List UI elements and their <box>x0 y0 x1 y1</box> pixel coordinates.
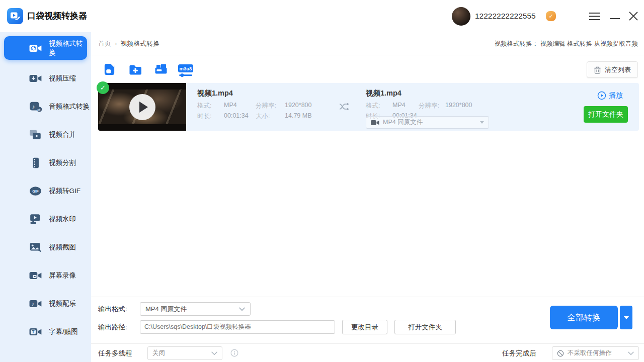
output-format-label: 输出格式: <box>98 302 127 316</box>
sidebar-item-video-music[interactable]: ♪ 视频配乐 <box>0 290 91 318</box>
caret-down-icon <box>480 121 484 124</box>
sidebar-item-video-snapshot[interactable]: 视频截图 <box>0 233 91 261</box>
duration-label: 时长: <box>197 112 224 121</box>
size-value: 14.79 MB <box>285 112 312 121</box>
add-device-button[interactable] <box>154 63 168 76</box>
play-link[interactable]: 播放 <box>597 91 623 100</box>
sidebar-item-label: 屏幕录像 <box>49 271 76 280</box>
menu-icon[interactable] <box>589 11 601 21</box>
vip-badge-icon: ✓ <box>546 11 556 21</box>
sidebar-item-label: 视频截图 <box>49 243 76 252</box>
source-file-name: 视频1.mp4 <box>197 88 233 98</box>
toolbar: m3u8 清空列表 <box>91 55 644 83</box>
after-task-select[interactable]: 不采取任何操作 <box>552 346 639 360</box>
row-output-format-value: MP4 同原文件 <box>383 118 423 127</box>
avatar[interactable] <box>452 7 470 26</box>
resolution-label: 分辨率: <box>256 102 285 110</box>
svg-text:♪: ♪ <box>32 301 34 307</box>
duration-value: 00:01:34 <box>224 112 256 121</box>
resolution-label: 分辨率: <box>419 102 445 110</box>
check-badge-icon: ✓ <box>97 81 109 94</box>
breadcrumb-separator: › <box>115 40 117 47</box>
after-task-label: 任务完成后 <box>502 344 536 362</box>
breadcrumb: 首页›视频格式转换 <box>98 32 159 55</box>
breadcrumb-current: 视频格式转换 <box>120 40 159 47</box>
main-panel: 首页›视频格式转换 视频格式转换： 视频编辑 格式转换 从视频提取音频 <box>91 32 644 362</box>
page-hint-text: 视频格式转换： 视频编辑 格式转换 从视频提取音频 <box>495 32 638 55</box>
sidebar-item-label: 视频水印 <box>49 215 76 224</box>
add-file-button[interactable] <box>103 63 116 76</box>
chevron-down-icon <box>628 351 634 355</box>
sidebar-item-video-compress[interactable]: 视频压缩 <box>0 64 91 93</box>
format-label: 格式: <box>197 102 224 110</box>
sidebar-item-label: 视频分割 <box>49 158 76 167</box>
app-title: 口袋视频转换器 <box>27 0 87 32</box>
sidebar-item-video-format-convert[interactable]: 视频格式转换 <box>4 36 87 60</box>
sidebar-item-label: 视频转GIF <box>49 187 80 196</box>
target-file-name: 视频1.mp4 <box>366 88 401 98</box>
no-action-icon <box>557 350 564 357</box>
sidebar-item-video-merge[interactable]: 视频合并 <box>0 121 91 149</box>
output-format-select[interactable]: MP4 同原文件 <box>140 302 251 316</box>
play-label: 播放 <box>609 91 623 100</box>
task-options-bar: 任务多线程 关闭 任务完成后 不采取任何操作 <box>91 343 644 362</box>
format-value: MP4 <box>392 102 419 110</box>
output-path-label: 输出路径: <box>98 320 127 334</box>
resolution-value: 1920*800 <box>445 102 472 110</box>
sidebar: 视频格式转换 视频压缩 ♪ ⇄ 音频格式转换 <box>0 32 91 362</box>
format-label: 格式: <box>366 102 392 110</box>
caret-down-icon <box>623 316 629 319</box>
source-meta-line1: 格式: MP4 分辨率: 1920*800 <box>197 102 312 110</box>
convert-all-button[interactable]: 全部转换 <box>550 306 618 329</box>
row-open-folder-button[interactable]: 打开文件夹 <box>584 106 628 123</box>
sidebar-item-video-to-gif[interactable]: GIF 视频转GIF <box>0 177 91 205</box>
convert-options-caret-button[interactable] <box>620 306 632 329</box>
sidebar-item-label: 视频合并 <box>49 130 76 139</box>
multithread-value: 关闭 <box>152 349 165 357</box>
breadcrumb-row: 首页›视频格式转换 视频格式转换： 视频编辑 格式转换 从视频提取音频 <box>91 32 644 55</box>
row-output-format-select[interactable]: MP4 同原文件 <box>366 116 489 129</box>
sidebar-item-label: 字幕/贴图 <box>49 327 78 336</box>
svg-text:♪: ♪ <box>32 104 35 110</box>
sidebar-item-screen-record[interactable]: 屏幕录像 <box>0 261 91 290</box>
title-bar: 口袋视频转换器 12222222222555 ✓ <box>0 0 644 32</box>
sidebar-item-video-watermark[interactable]: 视频水印 <box>0 205 91 233</box>
source-meta-line2: 时长: 00:01:34 大小: 14.79 MB <box>197 112 312 121</box>
m3u8-icon-label: m3u8 <box>180 66 192 71</box>
sidebar-item-audio-format-convert[interactable]: ♪ ⇄ 音频格式转换 <box>0 93 91 121</box>
sidebar-item-label: 音频格式转换 <box>49 102 90 111</box>
open-folder-button[interactable]: 打开文件夹 <box>394 320 456 334</box>
info-icon[interactable] <box>230 349 238 359</box>
sidebar-item-label: 视频格式转换 <box>49 39 87 57</box>
chevron-down-icon <box>211 351 217 355</box>
app-logo-icon <box>7 8 23 24</box>
change-directory-button[interactable]: 更改目录 <box>342 320 387 334</box>
target-meta-line1: 格式: MP4 分辨率: 1920*800 <box>366 102 472 110</box>
size-label: 大小: <box>256 112 285 121</box>
video-thumbnail[interactable] <box>98 83 186 131</box>
sidebar-item-video-split[interactable]: 视频分割 <box>0 149 91 177</box>
resolution-value: 1920*800 <box>285 102 312 110</box>
breadcrumb-home[interactable]: 首页 <box>98 40 111 47</box>
convert-arrows-icon <box>339 103 350 113</box>
after-task-value: 不采取任何操作 <box>568 349 612 357</box>
multithread-label: 任务多线程 <box>98 344 132 362</box>
clear-list-label: 清空列表 <box>605 65 631 74</box>
svg-text:GIF: GIF <box>32 189 39 194</box>
multithread-select[interactable]: 关闭 <box>147 346 222 360</box>
play-overlay-icon[interactable] <box>129 94 155 120</box>
svg-text:⇄: ⇄ <box>37 108 40 112</box>
file-list-item: ✓ 视频1.mp4 格式: MP4 分辨率: 1920*800 时长: 00:0… <box>98 83 639 131</box>
output-format-value: MP4 同原文件 <box>145 305 187 314</box>
sidebar-item-subtitle-sticker[interactable]: T 字幕/贴图 <box>0 318 91 346</box>
video-camera-icon <box>371 120 379 126</box>
add-m3u8-button[interactable]: m3u8 <box>178 64 194 77</box>
sidebar-item-label: 视频压缩 <box>49 74 76 83</box>
output-path-input[interactable] <box>140 320 335 334</box>
add-folder-button[interactable] <box>129 63 142 76</box>
svg-text:T: T <box>32 329 35 334</box>
clear-list-button[interactable]: 清空列表 <box>587 61 638 78</box>
output-settings-panel: 输出格式: MP4 同原文件 输出路径: 更改目录 打开文件夹 全部转换 <box>91 297 644 343</box>
close-icon[interactable] <box>627 11 639 21</box>
minimize-icon[interactable] <box>609 11 621 21</box>
